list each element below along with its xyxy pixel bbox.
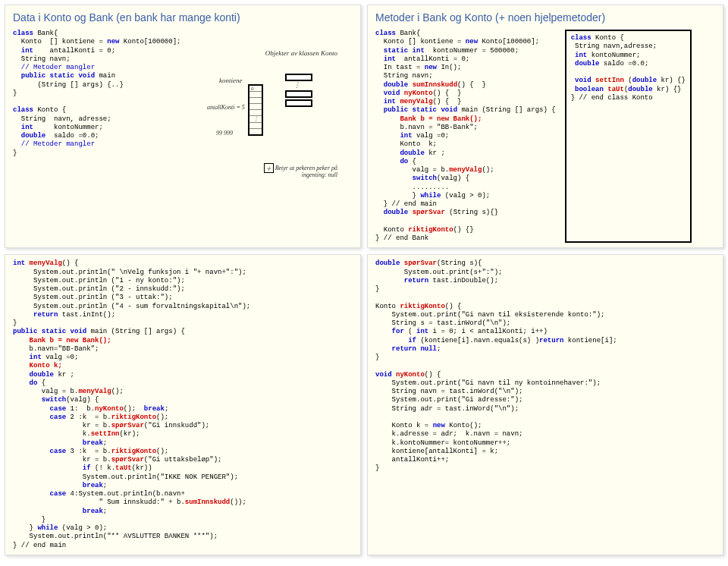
diagram-label-kontiene: kontiene [219,77,243,84]
diagram-label-objekter: Objekter av klassen Konto [265,49,337,57]
diagram: Objekter av klassen Konto kontiene 0 ⋮ a… [216,51,337,203]
panel-top-right: Metoder i Bank og Konto (+ noen hjelpeme… [367,5,723,248]
code-top-right-left: class Bank{ Konto [] kontiene = new Kont… [375,30,556,243]
title-top-left: Data i Konto og Bank (en bank har mange … [13,11,353,24]
code-bottom-left: int menyValg() { System.out.println(" \n… [13,259,353,550]
panel-bottom-left: int menyValg() { System.out.println(" \n… [5,254,361,555]
diagram-label-max: 99 999 [216,130,233,137]
diagram-label-antall: antallKonti = 5 [207,104,245,111]
title-top-right: Metoder i Bank og Konto (+ noen hjelpeme… [375,11,715,24]
panel-top-left: Data i Konto og Bank (en bank har mange … [5,5,361,248]
diagram-label-null: Betyr at pekeren peker på ingenting: nul… [275,165,337,178]
code-konto-box: class Konto { String navn,adresse; int k… [565,30,692,243]
panel-bottom-right: double spørSvar(String s){ System.out.pr… [367,254,723,555]
code-bottom-right: double spørSvar(String s){ System.out.pr… [375,259,715,473]
